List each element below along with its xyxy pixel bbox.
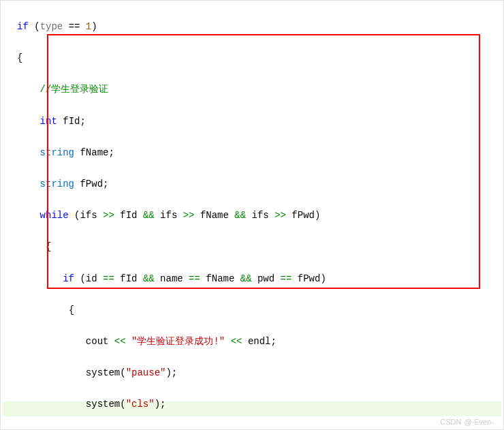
ident: fPwd): [292, 273, 326, 284]
op: ==: [63, 21, 86, 32]
ident: pwd: [252, 273, 281, 284]
keyword-int: int: [40, 116, 57, 127]
op: >>: [274, 210, 286, 221]
ident: endl;: [242, 336, 276, 347]
punct: );: [166, 367, 177, 378]
op: >>: [103, 210, 114, 221]
code-line: string fPwd;: [17, 176, 503, 192]
ident: fId;: [57, 116, 86, 127]
code-line: string fName;: [17, 145, 503, 161]
ident: system(: [86, 399, 126, 410]
ident: name: [155, 273, 189, 284]
ident: fPwd): [286, 210, 320, 221]
ident: fName;: [74, 147, 114, 158]
keyword-if: if: [17, 21, 29, 32]
code-line: int fId;: [17, 114, 503, 129]
brace: {: [17, 52, 22, 63]
op: <<: [114, 336, 126, 347]
punct: (id: [74, 273, 103, 284]
keyword-while: while: [40, 210, 69, 221]
brace: {: [46, 241, 51, 252]
code-line: {: [17, 50, 503, 66]
ident: ifs: [246, 210, 274, 221]
code-line: {: [17, 239, 503, 255]
punct: (ifs: [69, 210, 103, 221]
type-string: string: [40, 147, 74, 158]
code-line: if (id == fId && name == fName && pwd ==…: [17, 271, 503, 287]
ident: fPwd;: [74, 179, 108, 189]
ident: fName: [200, 273, 240, 284]
ident: fId: [114, 273, 143, 284]
watermark-author: @-Even-: [464, 416, 494, 428]
ident: fName: [195, 210, 235, 221]
comment: //学生登录验证: [40, 84, 109, 95]
type-string: string: [40, 179, 74, 189]
watermark: CSDN @-Even-: [440, 416, 494, 428]
watermark-brand: CSDN: [440, 416, 461, 428]
op: &&: [143, 210, 155, 221]
string: "学生验证登录成功!": [126, 336, 231, 347]
punct: );: [155, 399, 166, 410]
string: "cls": [126, 399, 155, 410]
op: &&: [234, 210, 246, 221]
op: ==: [281, 273, 292, 284]
code-line: system("pause");: [17, 365, 503, 381]
code-line: if (type == 1): [17, 19, 503, 35]
brace: {: [69, 305, 74, 316]
op: &&: [240, 273, 252, 284]
number: 1: [86, 21, 91, 32]
code-line: system("cls");: [17, 397, 503, 412]
code-line: cout << "学生验证登录成功!" << endl;: [17, 334, 503, 350]
op: <<: [231, 336, 242, 347]
ident: type: [40, 21, 63, 32]
ident: fId: [114, 210, 143, 221]
ident: ifs: [155, 210, 183, 221]
keyword-if: if: [63, 273, 74, 284]
op: ==: [189, 273, 200, 284]
ident: system(: [86, 367, 126, 378]
punct: ): [91, 21, 97, 32]
code-line: while (ifs >> fId && ifs >> fName && ifs…: [17, 208, 503, 224]
punct: (: [29, 21, 40, 32]
code-line: {: [17, 303, 503, 318]
code-block: if (type == 1) { //学生登录验证 int fId; strin…: [1, 1, 503, 430]
op: ==: [103, 273, 114, 284]
code-line: //学生登录验证: [17, 82, 503, 97]
op: &&: [143, 273, 155, 284]
string: "pause": [126, 367, 166, 378]
op: >>: [183, 210, 195, 221]
ident: cout: [86, 336, 114, 347]
